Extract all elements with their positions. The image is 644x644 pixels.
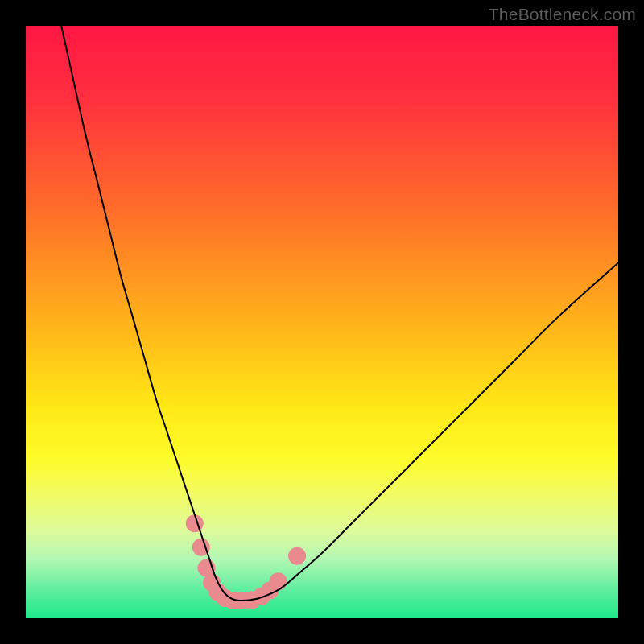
bottleneck-curve <box>61 26 618 601</box>
marker-dot <box>186 514 204 532</box>
watermark-text: TheBottleneck.com <box>489 5 636 24</box>
chart-frame: TheBottleneck.com <box>0 0 644 644</box>
marker-dot <box>270 572 287 590</box>
plot-area <box>26 26 618 618</box>
marker-dot <box>288 547 306 565</box>
curve-layer <box>26 26 618 618</box>
highlight-markers <box>186 514 306 609</box>
